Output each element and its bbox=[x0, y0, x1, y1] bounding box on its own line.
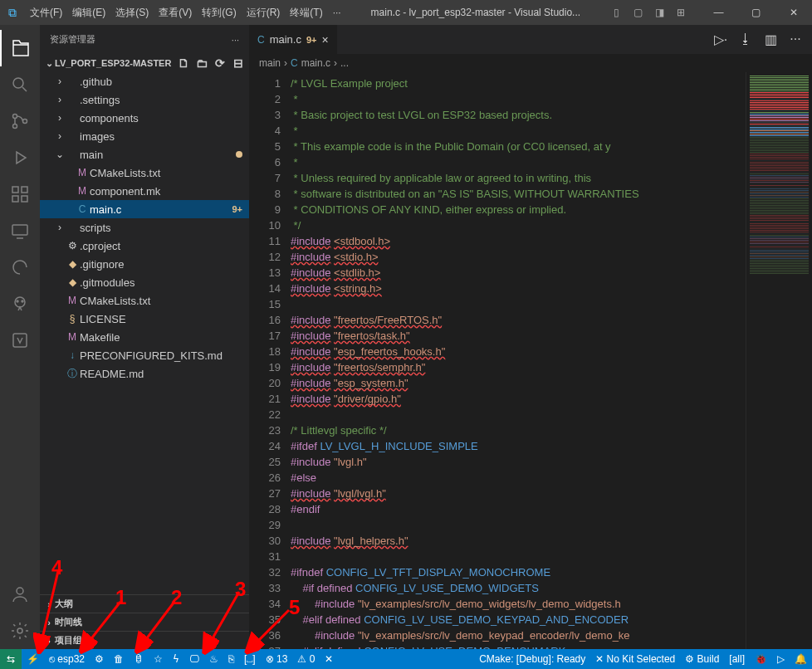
editor-body[interactable]: 1234567891011121314151617181920212223242… bbox=[249, 72, 812, 649]
tree-.settings[interactable]: ›.settings bbox=[40, 90, 249, 109]
refresh-icon[interactable]: ⟳ bbox=[213, 56, 227, 71]
tree-.gitmodules[interactable]: ◆.gitmodules bbox=[40, 273, 249, 291]
sb-esp32[interactable]: ⎋ esp32 bbox=[44, 649, 90, 669]
menu-文件(F)[interactable]: 文件(F) bbox=[25, 7, 67, 18]
sb-cmake[interactable]: CMake: [Debug]: Ready bbox=[474, 649, 590, 669]
more-icon[interactable]: ··· bbox=[787, 32, 804, 47]
breadcrumb[interactable]: main› C main.c› ... bbox=[249, 54, 812, 72]
activity-bookmark-icon[interactable] bbox=[0, 322, 40, 359]
close-btn[interactable]: ✕ bbox=[775, 0, 812, 25]
editor-tab-main-c[interactable]: C main.c 9+ × bbox=[249, 25, 337, 54]
layout-btn-2[interactable]: ▢ bbox=[627, 0, 648, 25]
tree-scripts[interactable]: ›scripts bbox=[40, 218, 249, 237]
tree-CMakeLists.txt[interactable]: MCMakeLists.txt bbox=[40, 291, 249, 310]
sb-outbox-icon[interactable]: ⎘ bbox=[223, 649, 239, 669]
activity-platformio-icon[interactable] bbox=[0, 286, 40, 322]
code-content[interactable]: /* LVGL Example project * * Basic projec… bbox=[291, 72, 746, 649]
activity-search-icon[interactable] bbox=[0, 66, 40, 103]
activity-settings-icon[interactable] bbox=[0, 613, 40, 649]
M-icon: M bbox=[75, 185, 90, 197]
sb-warnings[interactable]: ⚠ 0 bbox=[292, 649, 320, 669]
tree-label: main bbox=[80, 149, 103, 161]
tree-.github[interactable]: ›.github bbox=[40, 72, 249, 90]
menu-···[interactable]: ··· bbox=[328, 7, 346, 18]
svg-rect-7 bbox=[22, 196, 27, 202]
§-icon: § bbox=[65, 313, 80, 325]
sb-trash-icon[interactable]: 🗑 bbox=[109, 649, 129, 669]
maximize-btn[interactable]: ▢ bbox=[737, 0, 775, 25]
minimize-btn[interactable]: — bbox=[700, 0, 737, 25]
tab-close-icon[interactable]: × bbox=[322, 33, 329, 46]
tree-Makefile[interactable]: MMakefile bbox=[40, 328, 249, 346]
menu-终端(T)[interactable]: 终端(T) bbox=[285, 7, 327, 18]
sb-flash-icon[interactable]: ϟ bbox=[168, 649, 184, 669]
project-header[interactable]: ⌄ LV_PORT_ESP32-MASTER 🗋 🗀 ⟳ ⊟ bbox=[40, 54, 249, 72]
menu-编辑(E)[interactable]: 编辑(E) bbox=[67, 7, 110, 18]
layout-btn-4[interactable]: ⊞ bbox=[670, 0, 692, 25]
tree-label: .settings bbox=[80, 94, 120, 106]
tree-PRECONFIGURED_KITS.md[interactable]: ↓PRECONFIGURED_KITS.md bbox=[40, 346, 249, 364]
activity-debug-icon[interactable] bbox=[0, 139, 40, 176]
remote-indicator[interactable]: ⇆ bbox=[0, 649, 22, 669]
tree-LICENSE[interactable]: §LICENSE bbox=[40, 310, 249, 328]
svg-rect-5 bbox=[22, 187, 27, 193]
tree-images[interactable]: ›images bbox=[40, 127, 249, 145]
sb-gear-icon[interactable]: ⚙ bbox=[90, 649, 109, 669]
sb-monitor-icon[interactable]: 🖵 bbox=[184, 649, 204, 669]
tree-.cproject[interactable]: ⚙.cproject bbox=[40, 237, 249, 255]
activity-remote-icon[interactable] bbox=[0, 212, 40, 249]
sidebar-more-icon[interactable]: ··· bbox=[232, 35, 239, 45]
activity-bar bbox=[0, 25, 40, 649]
activity-extensions-icon[interactable] bbox=[0, 176, 40, 212]
svg-point-10 bbox=[17, 300, 18, 302]
activity-explorer-icon[interactable] bbox=[0, 30, 40, 66]
tree-label: components bbox=[80, 112, 139, 125]
split-icon[interactable]: ▥ bbox=[762, 32, 779, 47]
menu-运行(R)[interactable]: 运行(R) bbox=[242, 7, 286, 18]
sb-plug-icon[interactable]: ⚡ bbox=[22, 649, 44, 669]
annotation-num-4: 4 bbox=[51, 556, 62, 579]
activity-espressif-icon[interactable] bbox=[0, 249, 40, 286]
collapse-icon[interactable]: ⊟ bbox=[231, 56, 246, 71]
menu-查看(V)[interactable]: 查看(V) bbox=[154, 7, 197, 18]
sb-all[interactable]: [all] bbox=[724, 649, 750, 669]
sb-db-icon[interactable]: 🛢 bbox=[129, 649, 149, 669]
timeline-section[interactable]: ›时间线 bbox=[40, 613, 249, 631]
projectgroup-section[interactable]: ›项目组件 bbox=[40, 631, 249, 649]
new-folder-icon[interactable]: 🗀 bbox=[194, 56, 209, 71]
annotation-num-3: 3 bbox=[235, 578, 246, 601]
sb-bell-icon[interactable]: 🔔 bbox=[790, 649, 812, 669]
layout-btn-3[interactable]: ◨ bbox=[648, 0, 670, 25]
minimap[interactable] bbox=[746, 72, 812, 649]
tree-components[interactable]: ›components bbox=[40, 109, 249, 127]
title-bar: ⧉ 文件(F)编辑(E)选择(S)查看(V)转到(G)运行(R)终端(T)···… bbox=[0, 0, 812, 25]
tree-main.c[interactable]: Cmain.c9+ bbox=[40, 200, 249, 218]
editor-area: C main.c 9+ × ▷· ⭳ ▥ ··· main› C main.c›… bbox=[249, 25, 812, 649]
menu-转到(G)[interactable]: 转到(G) bbox=[197, 7, 241, 18]
tree-main[interactable]: ⌄main bbox=[40, 145, 249, 164]
activity-account-icon[interactable] bbox=[0, 576, 40, 613]
activity-scm-icon[interactable] bbox=[0, 103, 40, 139]
tree-.gitignore[interactable]: ◆.gitignore bbox=[40, 255, 249, 273]
tree-component.mk[interactable]: Mcomponent.mk bbox=[40, 182, 249, 200]
sb-build[interactable]: ⚙ Build bbox=[680, 649, 724, 669]
menu-选择(S)[interactable]: 选择(S) bbox=[110, 7, 154, 18]
download-icon[interactable]: ⭳ bbox=[737, 32, 754, 47]
new-file-icon[interactable]: 🗋 bbox=[176, 56, 191, 71]
sb-flame-icon[interactable]: ♨ bbox=[204, 649, 223, 669]
outline-section[interactable]: ›大纲 bbox=[40, 594, 249, 613]
sb-errors[interactable]: ⊗ 13 bbox=[261, 649, 293, 669]
editor-tabbar: C main.c 9+ × ▷· ⭳ ▥ ··· bbox=[249, 25, 812, 54]
sb-play-icon[interactable]: ▷ bbox=[772, 649, 790, 669]
⚙-icon: ⚙ bbox=[65, 240, 80, 251]
run-icon[interactable]: ▷· bbox=[712, 32, 729, 47]
sb-debug-icon[interactable]: 🐞 bbox=[750, 649, 772, 669]
tree-CMakeLists.txt[interactable]: MCMakeLists.txt bbox=[40, 164, 249, 182]
layout-btn-1[interactable]: ▯ bbox=[605, 0, 627, 25]
sb-bracket-icon[interactable]: [⎵] bbox=[239, 649, 261, 669]
sb-star-icon[interactable]: ☆ bbox=[149, 649, 168, 669]
sb-mute-icon[interactable]: ✕ bbox=[320, 649, 338, 669]
sb-nokit[interactable]: ✕ No Kit Selected bbox=[590, 649, 680, 669]
tree-label: .github bbox=[80, 76, 112, 88]
tree-README.md[interactable]: ⓘREADME.md bbox=[40, 364, 249, 383]
